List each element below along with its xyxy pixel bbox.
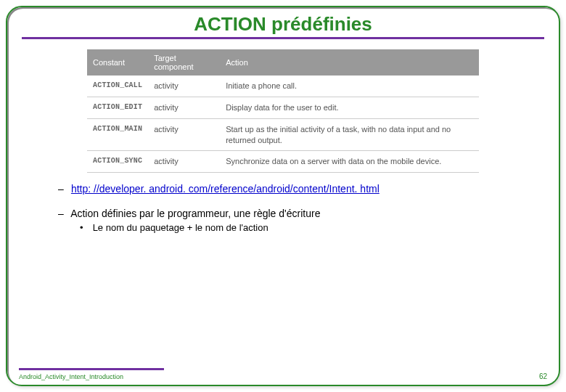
cell-action: Start up as the initial activity of a ta… [220, 118, 479, 151]
table-row: ACTION_SYNC activity Synchronize data on… [87, 151, 479, 173]
dash-icon: – [58, 183, 68, 195]
cell-constant: ACTION_CALL [87, 75, 148, 97]
footer-text: Android_Activity_Intent_Introduction [19, 373, 123, 380]
page-number: 62 [539, 372, 547, 380]
table-row: ACTION_CALL activity Initiate a phone ca… [87, 75, 479, 97]
footer-line [19, 368, 164, 370]
cell-constant: ACTION_EDIT [87, 97, 148, 118]
cell-action: Initiate a phone call. [220, 75, 479, 97]
col-target: Target component [148, 49, 220, 75]
col-constant: Constant [87, 49, 148, 75]
sub-text: Le nom du paquetage + le nom de l'action [93, 222, 268, 233]
bullet-icon: • [80, 222, 90, 233]
bullet-rule: – Action définies par le programmeur, un… [58, 208, 522, 233]
content-area: – http: //developer. android. com/refere… [58, 183, 522, 233]
cell-target: activity [148, 75, 220, 97]
bullet-link: – http: //developer. android. com/refere… [58, 183, 522, 195]
table-row: ACTION_EDIT activity Display data for th… [87, 97, 479, 118]
actions-table: Constant Target component Action ACTION_… [87, 49, 479, 173]
sub-bullet: • Le nom du paquetage + le nom de l'acti… [80, 222, 522, 233]
slide-frame: ACTION prédéfinies Constant Target compo… [6, 6, 560, 386]
cell-constant: ACTION_MAIN [87, 118, 148, 151]
slide-title: ACTION prédéfinies [7, 13, 559, 36]
table-header-row: Constant Target component Action [87, 49, 479, 75]
title-underline [22, 37, 544, 39]
cell-target: activity [148, 118, 220, 151]
cell-action: Display data for the user to edit. [220, 97, 479, 118]
actions-table-wrap: Constant Target component Action ACTION_… [87, 49, 479, 173]
cell-action: Synchronize data on a server with data o… [220, 151, 479, 173]
col-action: Action [220, 49, 479, 75]
cell-target: activity [148, 97, 220, 118]
reference-link[interactable]: http: //developer. android. com/referenc… [71, 183, 380, 195]
cell-constant: ACTION_SYNC [87, 151, 148, 173]
cell-target: activity [148, 151, 220, 173]
table-row: ACTION_MAIN activity Start up as the ini… [87, 118, 479, 151]
rule-text: Action définies par le programmeur, une … [70, 208, 320, 219]
dash-icon: – [58, 208, 68, 219]
